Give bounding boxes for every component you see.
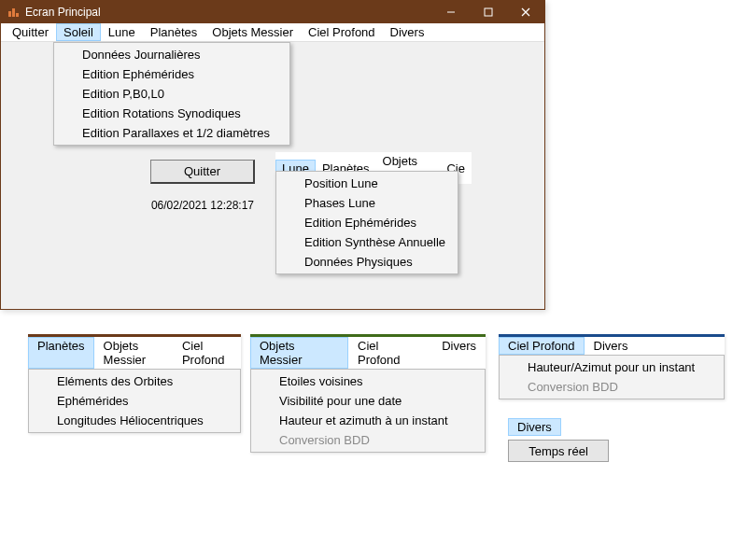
- tab-divers[interactable]: Divers: [508, 418, 561, 436]
- soleil-dropdown: Données Journalières Edition Ephémérides…: [53, 42, 290, 146]
- messier-tabs: Objets Messier Ciel Profond Divers: [250, 337, 486, 369]
- tab-divers-2[interactable]: Divers: [432, 337, 486, 369]
- maximize-button[interactable]: [470, 1, 507, 23]
- titlebar: Ecran Principal: [1, 1, 544, 23]
- tab-ciel-profond[interactable]: Ciel Profond: [173, 337, 241, 369]
- divers-tabs: Divers: [508, 418, 629, 436]
- close-button[interactable]: [507, 1, 544, 23]
- tab-objets-messier[interactable]: Objets Messier: [250, 337, 348, 369]
- lune-dropdown: Position Lune Phases Lune Edition Ephémé…: [275, 171, 458, 274]
- svg-rect-0: [8, 11, 11, 17]
- minimize-button[interactable]: [432, 1, 470, 23]
- ciel-list: Hauteur/Azimut pour un instant Conversio…: [499, 355, 725, 399]
- menu-objets-messier[interactable]: Objets Messier: [204, 23, 301, 41]
- svg-rect-1: [12, 8, 15, 17]
- soleil-item-rotations[interactable]: Edition Rotations Synodiques: [54, 104, 289, 123]
- menu-quitter[interactable]: Quitter: [5, 23, 56, 41]
- tab-ciel-profond-3[interactable]: Ciel Profond: [499, 337, 585, 355]
- lune-item-physiques[interactable]: Données Physiques: [276, 252, 458, 272]
- tab-divers-3[interactable]: Divers: [585, 337, 638, 355]
- temps-reel-label: Temps réel: [529, 444, 588, 458]
- soleil-item-donnees[interactable]: Données Journalières: [54, 45, 289, 64]
- tab-ciel-profond-2[interactable]: Ciel Profond: [348, 337, 432, 369]
- menu-soleil[interactable]: Soleil: [56, 23, 101, 41]
- menu-divers[interactable]: Divers: [383, 23, 432, 41]
- client-area: Données Journalières Edition Ephémérides…: [1, 42, 544, 309]
- ciel-tabs: Ciel Profond Divers: [499, 337, 725, 355]
- main-window: Ecran Principal Quitter Soleil Lune Plan…: [0, 0, 545, 310]
- planetes-item-ephemerides[interactable]: Ephémérides: [29, 391, 240, 411]
- soleil-item-ephemerides[interactable]: Edition Ephémérides: [54, 64, 289, 84]
- menubar: Quitter Soleil Lune Planètes Objets Mess…: [1, 23, 544, 42]
- menu-planetes[interactable]: Planètes: [143, 23, 205, 41]
- window-controls: [432, 1, 544, 23]
- lune-item-phases[interactable]: Phases Lune: [276, 193, 458, 213]
- messier-fragment: Objets Messier Ciel Profond Divers Etoil…: [250, 334, 486, 453]
- planetes-fragment: Planètes Objets Messier Ciel Profond Elé…: [28, 334, 241, 433]
- soleil-item-parallaxes[interactable]: Edition Parallaxes et 1/2 diamètres: [54, 123, 289, 143]
- messier-item-visibilite[interactable]: Visibilité pour une date: [251, 391, 485, 411]
- messier-item-hauteur[interactable]: Hauteur et azimuth à un instant: [251, 411, 485, 430]
- menu-lune[interactable]: Lune: [101, 23, 143, 41]
- quitter-button[interactable]: Quitter: [150, 160, 255, 184]
- quitter-label: Quitter: [184, 164, 220, 178]
- lune-item-position[interactable]: Position Lune: [276, 174, 458, 193]
- ciel-fragment: Ciel Profond Divers Hauteur/Azimut pour …: [499, 334, 725, 399]
- temps-reel-button[interactable]: Temps réel: [508, 440, 609, 462]
- lune-item-synthese[interactable]: Edition Synthèse Annuelle: [276, 232, 458, 252]
- messier-list: Etoiles voisines Visibilité pour une dat…: [250, 369, 486, 453]
- divers-fragment: Divers Temps réel: [508, 418, 629, 462]
- messier-item-etoiles[interactable]: Etoiles voisines: [251, 371, 485, 391]
- planetes-item-longitudes[interactable]: Longitudes Héliocentriques: [29, 411, 240, 430]
- soleil-item-pb0l0[interactable]: Edition P,B0,L0: [54, 84, 289, 104]
- planetes-list: Eléments des Orbites Ephémérides Longitu…: [28, 369, 241, 433]
- messier-item-conversion: Conversion BDD: [251, 430, 485, 450]
- ciel-item-hauteur[interactable]: Hauteur/Azimut pour un instant: [500, 357, 724, 377]
- planetes-item-orbites[interactable]: Eléments des Orbites: [29, 371, 240, 391]
- svg-rect-4: [485, 8, 492, 16]
- ciel-item-conversion: Conversion BDD: [500, 377, 724, 397]
- lune-item-ephemerides[interactable]: Edition Ephémérides: [276, 213, 458, 232]
- menu-ciel-profond[interactable]: Ciel Profond: [301, 23, 383, 41]
- tab-planetes[interactable]: Planètes: [28, 337, 94, 369]
- timestamp: 06/02/2021 12:28:17: [150, 199, 255, 212]
- tab-messier[interactable]: Objets Messier: [94, 337, 173, 369]
- svg-rect-2: [16, 13, 19, 17]
- planetes-tabs: Planètes Objets Messier Ciel Profond: [28, 337, 241, 369]
- window-title: Ecran Principal: [25, 6, 432, 19]
- app-icon: [7, 6, 20, 19]
